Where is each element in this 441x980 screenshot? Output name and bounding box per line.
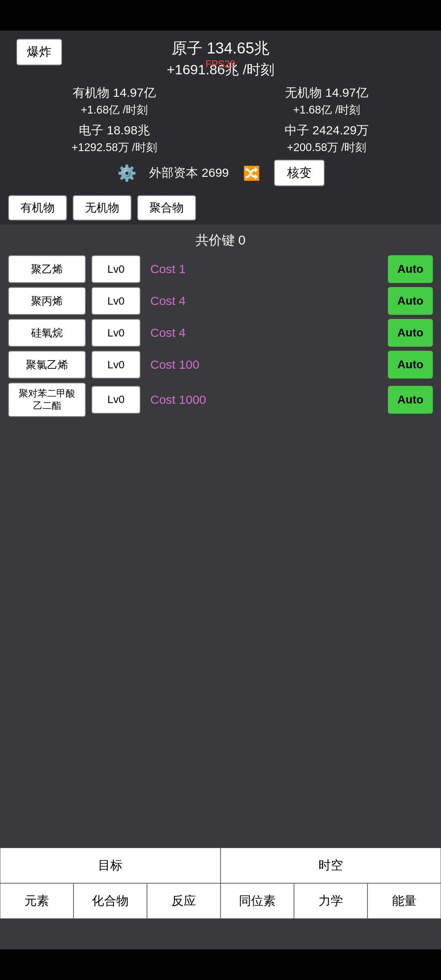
nav-row-1: 目标 时空 [0,848,441,883]
neutron-value: 中子 2424.29万 [220,121,433,139]
covalent-label: 共价键 0 [0,225,441,254]
nav-btn-mechanics[interactable]: 力学 [294,883,368,919]
main-container: 爆炸 原子 134.65兆 +1691.86兆 /时刻 FPS29 有机物 14… [0,31,441,949]
polymer-auto-3[interactable]: Auto [388,351,433,379]
polymer-level-1[interactable]: Lv0 [91,287,140,315]
shuffle-icon[interactable]: 🔀 [241,163,262,183]
nav-row-2: 元素 化合物 反应 同位素 力学 能量 [0,883,441,919]
nav-btn-reaction[interactable]: 反应 [147,883,220,919]
bottom-nav: 目标 时空 元素 化合物 反应 同位素 力学 能量 [0,848,441,919]
polymer-level-0[interactable]: Lv0 [91,255,140,283]
polymer-name-0[interactable]: 聚乙烯 [8,255,86,283]
atom-value: 原子 134.65兆 [8,38,433,59]
organic-rate: +1.68亿 /时刻 [8,102,220,118]
polymer-cost-4: Cost 1000 [146,393,382,407]
table-row: 聚乙烯 Lv0 Cost 1 Auto [8,255,433,283]
polymer-auto-0[interactable]: Auto [388,255,433,283]
neutron-rate: +200.58万 /时刻 [220,139,433,156]
header: 爆炸 原子 134.65兆 +1691.86兆 /时刻 FPS29 有机物 14… [0,31,441,191]
bottom-bar [0,949,441,980]
electron-value: 电子 18.98兆 [8,121,220,139]
polymer-level-3[interactable]: Lv0 [91,351,140,379]
nav-btn-target[interactable]: 目标 [0,848,220,883]
table-row: 聚对苯二甲酸乙二酯 Lv0 Cost 1000 Auto [8,383,433,417]
stats-grid: 有机物 14.97亿 +1.68亿 /时刻 无机物 14.97亿 +1.68亿 … [8,83,433,156]
polymer-name-1[interactable]: 聚丙烯 [8,287,86,315]
nav-btn-energy[interactable]: 能量 [368,883,441,919]
nav-btn-spacetime[interactable]: 时空 [220,848,441,883]
external-capital: 外部资本 2699 [149,165,229,181]
polymer-auto-4[interactable]: Auto [388,386,433,414]
polymer-auto-2[interactable]: Auto [388,319,433,347]
polymer-level-2[interactable]: Lv0 [91,319,140,347]
tab-inorganic[interactable]: 无机物 [73,195,131,220]
polymer-cost-3: Cost 100 [146,358,382,372]
polymer-cost-0: Cost 1 [146,262,382,276]
table-row: 聚氯乙烯 Lv0 Cost 100 Auto [8,351,433,379]
table-row: 聚丙烯 Lv0 Cost 4 Auto [8,287,433,315]
transmute-button[interactable]: 核变 [274,160,325,186]
neutron-stat: 中子 2424.29万 +200.58万 /时刻 [220,121,433,156]
electron-rate: +1292.58万 /时刻 [8,139,220,156]
table-row: 硅氧烷 Lv0 Cost 4 Auto [8,319,433,347]
polymer-cost-1: Cost 4 [146,294,382,308]
inorganic-rate: +1.68亿 /时刻 [220,102,433,118]
content-area: 共价键 0 聚乙烯 Lv0 Cost 1 Auto 聚丙烯 Lv0 Cost 4… [0,225,441,949]
nav-btn-compound[interactable]: 化合物 [74,883,147,919]
inorganic-stat: 无机物 14.97亿 +1.68亿 /时刻 [220,83,433,118]
polymer-name-3[interactable]: 聚氯乙烯 [8,351,86,379]
polymer-name-4[interactable]: 聚对苯二甲酸乙二酯 [8,383,86,417]
organic-stat: 有机物 14.97亿 +1.68亿 /时刻 [8,83,220,118]
tab-organic[interactable]: 有机物 [8,195,67,220]
electron-stat: 电子 18.98兆 +1292.58万 /时刻 [8,121,220,156]
explode-button[interactable]: 爆炸 [16,39,62,65]
polymer-name-2[interactable]: 硅氧烷 [8,319,86,347]
inorganic-value: 无机物 14.97亿 [220,83,433,102]
polymer-list: 聚乙烯 Lv0 Cost 1 Auto 聚丙烯 Lv0 Cost 4 Auto … [0,255,441,417]
nav-btn-isotope[interactable]: 同位素 [220,883,294,919]
nav-btn-element[interactable]: 元素 [0,883,74,919]
bottom-stats-row: ⚙️ 外部资本 2699 🔀 核变 [8,160,433,186]
organic-value: 有机物 14.97亿 [8,83,220,102]
polymer-level-4[interactable]: Lv0 [91,386,140,414]
polymer-cost-2: Cost 4 [146,326,382,340]
gear-icon[interactable]: ⚙️ [116,163,137,183]
polymer-auto-1[interactable]: Auto [388,287,433,315]
tab-polymer[interactable]: 聚合物 [137,195,196,220]
top-bar [0,0,441,31]
fps-label: FPS29 [205,58,235,70]
tab-bar: 有机物 无机物 聚合物 [0,191,441,225]
